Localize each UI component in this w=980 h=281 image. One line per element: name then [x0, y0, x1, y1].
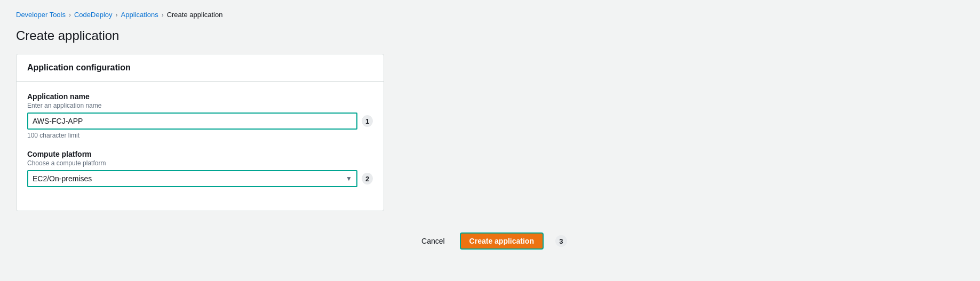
compute-platform-label: Compute platform: [27, 150, 373, 158]
app-name-hint: Enter an application name: [27, 102, 373, 109]
breadcrumb-separator-1: ›: [69, 11, 71, 19]
app-name-char-limit: 100 character limit: [27, 132, 373, 139]
breadcrumb-applications[interactable]: Applications: [121, 11, 158, 19]
create-application-button[interactable]: Create application: [460, 232, 544, 250]
card-body: Application name Enter an application na…: [17, 82, 384, 211]
app-name-label: Application name: [27, 92, 373, 101]
breadcrumb-separator-2: ›: [116, 11, 118, 19]
form-actions: Cancel Create application 3: [16, 224, 964, 258]
breadcrumb-codedeploy[interactable]: CodeDeploy: [74, 11, 113, 19]
application-configuration-card: Application configuration Application na…: [16, 54, 384, 211]
breadcrumb: Developer Tools › CodeDeploy › Applicati…: [16, 11, 964, 19]
step-badge-3: 3: [555, 235, 567, 247]
step-badge-2: 2: [362, 173, 373, 184]
breadcrumb-current: Create application: [167, 11, 223, 19]
card-header-title: Application configuration: [27, 63, 131, 72]
cancel-button[interactable]: Cancel: [413, 234, 453, 248]
compute-platform-hint: Choose a compute platform: [27, 159, 373, 167]
compute-platform-select-wrapper: EC2/On-premises Lambda ECS ▼: [27, 170, 357, 187]
compute-platform-field: Compute platform Choose a compute platfo…: [27, 150, 373, 187]
card-header: Application configuration: [17, 54, 384, 82]
step-badge-1: 1: [362, 115, 373, 127]
breadcrumb-developer-tools[interactable]: Developer Tools: [16, 11, 66, 19]
compute-platform-select[interactable]: EC2/On-premises Lambda ECS: [27, 170, 357, 187]
breadcrumb-separator-3: ›: [162, 11, 164, 19]
app-name-input[interactable]: [27, 113, 357, 130]
page-title: Create application: [16, 28, 964, 43]
app-name-field: Application name Enter an application na…: [27, 92, 373, 139]
